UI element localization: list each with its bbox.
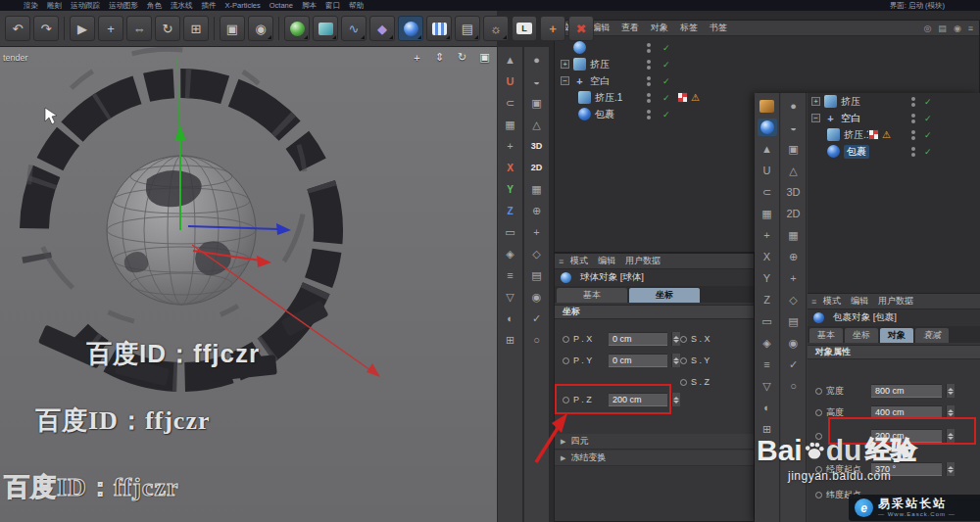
keyframe-ring-icon[interactable] <box>815 409 822 416</box>
enabled-check-icon[interactable]: ✓ <box>924 114 932 123</box>
strip-icon[interactable]: ○ <box>527 331 547 349</box>
strip-icon[interactable]: ○ <box>784 377 804 395</box>
menubar-item[interactable]: 插件 <box>202 1 217 11</box>
menubar-item[interactable]: 窗口 <box>325 1 340 11</box>
strip-icon[interactable]: 3D <box>527 137 547 155</box>
object-manager-menu-item[interactable]: 书签 <box>710 22 727 34</box>
strip-icon[interactable]: Y <box>501 180 520 198</box>
keyframe-ring-icon[interactable] <box>680 379 687 386</box>
py-input[interactable]: 0 cm <box>609 354 667 367</box>
orbit-view-icon[interactable]: ↻ <box>456 51 468 64</box>
panel-menu-icon[interactable]: ≡ <box>811 297 816 307</box>
strip-icon[interactable]: X <box>501 159 520 176</box>
axis-icon[interactable]: + <box>540 16 565 41</box>
zoom-view-icon[interactable]: ⇕ <box>433 51 446 64</box>
tree-row-extrude[interactable]: + 挤压 ✓ <box>555 56 979 72</box>
menubar-item[interactable]: 渲染 <box>24 1 38 11</box>
menubar-item[interactable]: X-Particles <box>225 1 261 10</box>
spinner[interactable] <box>671 393 680 406</box>
strip-icon[interactable]: ▦ <box>527 180 547 198</box>
strip-icon[interactable]: + <box>527 223 547 241</box>
maximize-view-icon[interactable]: ▣ <box>478 51 491 64</box>
menubar-item[interactable]: 运动图形 <box>109 1 138 11</box>
strip-icon[interactable]: ◉ <box>784 334 804 352</box>
object-manager-menu-item[interactable]: 对象 <box>651 22 668 34</box>
strip-icon[interactable]: ◒ <box>527 72 547 90</box>
visibility-dots-icon[interactable] <box>647 76 651 86</box>
object-manager-menu-item[interactable]: 编辑 <box>592 22 610 34</box>
strip-icon[interactable]: 3D <box>784 183 804 201</box>
menu-mode[interactable]: 模式 <box>570 255 588 267</box>
strip-icon[interactable]: ▽ <box>501 288 520 306</box>
menu-userdata[interactable]: 用户数据 <box>625 255 661 267</box>
menubar-item[interactable]: 运动跟踪 <box>71 1 100 11</box>
tab-falloff[interactable]: 衰减 <box>915 328 949 343</box>
keyframe-ring-icon[interactable] <box>563 357 569 364</box>
strip-icon[interactable]: ⊞ <box>501 331 520 349</box>
strip-icon[interactable]: ▭ <box>758 312 777 330</box>
strip-icon[interactable]: U <box>758 162 777 179</box>
volume-cube-icon[interactable] <box>426 16 452 41</box>
camera-icon[interactable]: ▤ <box>455 16 480 41</box>
menu-userdata[interactable]: 用户数据 <box>878 295 913 308</box>
strip-icon[interactable]: ▽ <box>758 377 777 395</box>
search-icon[interactable]: ◉ <box>954 24 961 33</box>
strip-icon[interactable]: ● <box>784 97 804 115</box>
visibility-dots-icon[interactable] <box>911 114 915 123</box>
strip-icon[interactable]: ▲ <box>758 140 777 158</box>
menubar-item[interactable]: 脚本 <box>302 1 317 11</box>
enabled-check-icon[interactable]: ✓ <box>662 93 670 103</box>
expand-icon[interactable]: + <box>561 60 569 69</box>
enabled-check-icon[interactable]: ✓ <box>924 130 932 140</box>
tree-row-null[interactable]: − + 空白 ✓ <box>555 72 979 89</box>
texture-tag-icon[interactable] <box>677 92 688 103</box>
strip-icon[interactable]: ◈ <box>758 334 777 352</box>
collapse-icon[interactable]: − <box>561 76 569 85</box>
keyframe-ring-icon[interactable] <box>680 357 687 364</box>
strip-icon[interactable]: U <box>501 72 520 90</box>
longitude-input[interactable]: 370 ° <box>871 462 942 476</box>
scale-tool-icon[interactable]: ⇔ <box>126 16 152 41</box>
enabled-check-icon[interactable]: ✓ <box>924 97 932 107</box>
tab-basic[interactable]: 基本 <box>809 328 843 343</box>
rotate-tool-icon[interactable]: ↻ <box>155 16 180 41</box>
spline-pen-icon[interactable]: ∿ <box>341 16 367 41</box>
strip-icon[interactable]: ▤ <box>527 266 547 284</box>
collapse-icon[interactable]: − <box>811 114 820 122</box>
visibility-dots-icon[interactable] <box>647 43 651 53</box>
mograph-icon[interactable] <box>284 16 310 41</box>
strip-icon[interactable]: △ <box>784 162 804 179</box>
menu-edit[interactable]: 编辑 <box>598 255 615 267</box>
keyframe-ring-icon[interactable] <box>815 492 822 498</box>
tree-row-extrude1[interactable]: 挤压.1 ⚠ ✓ <box>808 126 980 143</box>
enabled-check-icon[interactable]: ✓ <box>662 43 670 53</box>
keyframe-ring-icon[interactable] <box>815 433 822 440</box>
spinner[interactable] <box>946 384 955 398</box>
strip-icon[interactable]: ◐ <box>758 399 777 416</box>
pz-input[interactable]: 200 cm <box>609 393 667 406</box>
menu-mode[interactable]: 模式 <box>823 295 841 308</box>
strip-icon[interactable]: ✓ <box>784 356 804 373</box>
strip-icon[interactable]: 2D <box>527 159 547 176</box>
render-view-icon[interactable]: ▣ <box>220 16 245 41</box>
strip-icon[interactable]: ≡ <box>501 266 520 284</box>
menubar-item[interactable]: Octane <box>270 1 293 10</box>
sphere-primitive-icon[interactable] <box>398 16 423 41</box>
enabled-check-icon[interactable]: ✓ <box>662 76 670 86</box>
enabled-check-icon[interactable]: ✓ <box>924 147 932 157</box>
strip-icon[interactable]: ⊂ <box>501 94 520 112</box>
strip-icon[interactable]: + <box>758 226 777 244</box>
panel-menu-icon[interactable]: ≡ <box>968 24 973 33</box>
undo-icon[interactable]: ↶ <box>5 16 30 41</box>
plugin-icon[interactable]: ✖ <box>568 16 594 41</box>
object-manager-menu-item[interactable]: 查看 <box>621 22 639 34</box>
tree-row-sphere[interactable]: ✓ <box>555 39 979 56</box>
strip-icon[interactable]: ▦ <box>784 226 804 244</box>
keyframe-ring-icon[interactable] <box>563 397 569 403</box>
strip-icon[interactable]: ⊕ <box>784 248 804 265</box>
deformer-icon[interactable]: ◆ <box>369 16 395 41</box>
spinner[interactable] <box>946 429 955 443</box>
strip-icon[interactable]: ◇ <box>784 291 804 308</box>
strip-icon[interactable]: ◈ <box>501 245 520 262</box>
extrude-tool-icon[interactable] <box>758 97 777 115</box>
